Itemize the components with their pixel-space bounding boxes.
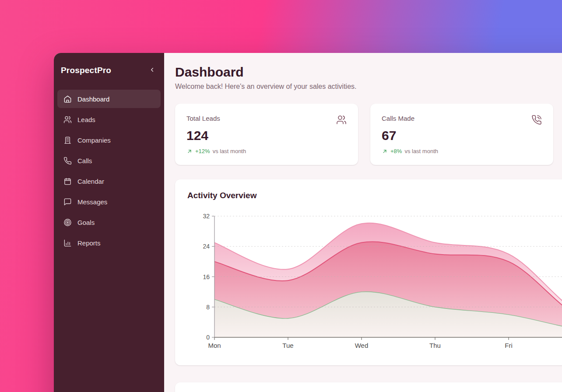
sidebar-item-leads[interactable]: Leads [57, 110, 161, 129]
trend-percent: +12% [195, 148, 210, 154]
chart-x-label-wed: Wed [355, 342, 369, 349]
arrow-up-right-icon [186, 148, 193, 154]
message-icon [63, 197, 72, 206]
chart-title: Activity Overview [187, 191, 562, 200]
app-window: ProspectPro DashboardLeadsCompaniesCalls… [54, 53, 562, 392]
stat-card-top: Total Leads [186, 115, 347, 125]
sidebar-item-label: Calls [77, 157, 92, 164]
stat-value: 124 [186, 128, 347, 143]
stat-label: Total Leads [186, 115, 220, 122]
trend-percent: +8% [390, 148, 402, 154]
stat-trend: +12%vs last month [186, 148, 347, 154]
sidebar-collapse-button[interactable] [147, 65, 157, 76]
sidebar-item-label: Dashboard [77, 95, 109, 103]
sidebar-item-calendar[interactable]: Calendar [57, 172, 161, 190]
sidebar-header: ProspectPro [57, 63, 161, 78]
partially-visible-card [175, 382, 562, 392]
chart-x-label-thu: Thu [429, 342, 441, 349]
chart-x-label-tue: Tue [282, 342, 293, 349]
sidebar-item-goals[interactable]: Goals [57, 213, 161, 231]
users-icon [336, 115, 347, 125]
building-icon [63, 136, 72, 144]
arrow-up-right-icon [382, 148, 388, 154]
sidebar-item-calls[interactable]: Calls [57, 151, 161, 170]
page-background: ProspectPro DashboardLeadsCompaniesCalls… [0, 0, 562, 392]
sidebar-item-label: Goals [77, 219, 95, 226]
sidebar: ProspectPro DashboardLeadsCompaniesCalls… [54, 53, 164, 392]
chart-y-tick-label: 16 [203, 273, 210, 280]
trend-suffix: vs last month [213, 148, 246, 154]
phone-icon [63, 156, 72, 165]
sidebar-item-label: Leads [77, 116, 95, 123]
chart-y-tick-label: 24 [203, 243, 210, 250]
chevron-left-icon [149, 66, 155, 74]
chart-y-tick-label: 32 [203, 213, 210, 220]
stat-trend: +8%vs last month [382, 148, 542, 154]
chart-x-label-fri: Fri [505, 342, 513, 349]
sidebar-item-label: Companies [77, 136, 111, 144]
sidebar-item-label: Reports [77, 239, 101, 247]
calendar-icon [63, 177, 72, 186]
bar-chart-icon [63, 238, 72, 247]
sidebar-item-label: Messages [77, 198, 107, 206]
sidebar-item-reports[interactable]: Reports [57, 234, 161, 252]
sidebar-item-label: Calendar [77, 178, 104, 185]
activity-chart-svg: 08162432MonTueWedThuFriSatSun [187, 206, 562, 352]
users-icon [63, 115, 72, 124]
phone-call-icon [531, 115, 542, 125]
page-subtitle: Welcome back! Here's an overview of your… [175, 83, 562, 91]
trend-suffix: vs last month [404, 148, 438, 154]
sidebar-item-companies[interactable]: Companies [57, 131, 161, 149]
stats-row: Total Leads124+12%vs last monthCalls Mad… [175, 104, 562, 165]
chart-y-tick-label: 0 [206, 334, 210, 341]
stat-value: 67 [382, 128, 542, 143]
brand-logo: ProspectPro [61, 66, 111, 75]
home-icon [63, 94, 72, 103]
stat-card-total-leads: Total Leads124+12%vs last month [175, 104, 358, 165]
target-icon [63, 218, 72, 227]
main-content: Dashboard Welcome back! Here's an overvi… [164, 53, 562, 392]
sidebar-item-messages[interactable]: Messages [57, 192, 161, 211]
stat-card-calls-made: Calls Made67+8%vs last month [370, 104, 553, 165]
page-title: Dashboard [175, 65, 562, 80]
chart-y-tick-label: 8 [206, 304, 210, 311]
sidebar-nav: DashboardLeadsCompaniesCallsCalendarMess… [57, 90, 161, 252]
stat-label: Calls Made [382, 115, 414, 122]
activity-chart: 08162432MonTueWedThuFriSatSun [187, 206, 562, 354]
chart-x-label-mon: Mon [208, 342, 221, 349]
activity-overview-card: Activity Overview 08162432MonTueWedThuFr… [175, 179, 562, 365]
stat-card-top: Calls Made [382, 115, 542, 125]
sidebar-item-dashboard[interactable]: Dashboard [57, 90, 161, 108]
